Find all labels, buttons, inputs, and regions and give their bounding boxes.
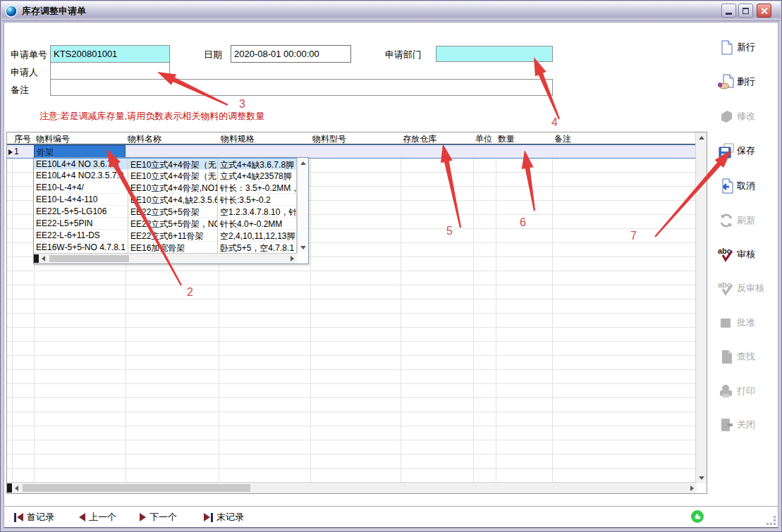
dropdown-name-cell[interactable]: EE22立式5+5骨架	[128, 206, 218, 217]
dropdown-code-cell[interactable]: EE10L4+4 NO 3.6.7.8	[34, 159, 128, 169]
column-header-1[interactable]: 序号	[12, 132, 34, 144]
column-header-5[interactable]: 物料型号	[310, 132, 401, 144]
reverse-audit-button[interactable]: abc反审核	[716, 275, 781, 302]
scroll-thumb[interactable]	[49, 255, 129, 262]
column-header-7[interactable]: 单位	[473, 132, 496, 144]
dropdown-code-cell[interactable]: EE22-L5+5PIN	[34, 218, 128, 229]
toolbar-button-label: 批准	[737, 316, 755, 329]
dropdown-row[interactable]: EE22-L-6+11-DSEE22立式6+11骨架空2,4,10,11,12,…	[34, 230, 297, 242]
approve-button[interactable]: 批准	[716, 309, 781, 336]
dropdown-code-cell[interactable]: EE22L-5+5-LG106	[34, 206, 128, 217]
dropdown-name-cell[interactable]: EE10立式4+4骨架（无	[128, 170, 218, 181]
dropdown-spec-cell[interactable]: 立式4+4缺3.6.7.8脚	[218, 159, 297, 169]
row-indicator-icon	[8, 149, 13, 155]
dropdown-name-cell[interactable]: EE16加宽骨架	[128, 242, 218, 253]
scroll-up-icon[interactable]	[699, 136, 704, 140]
grid-selected-row[interactable]: 1 骨架	[7, 144, 697, 159]
cancel-button[interactable]: 取消	[716, 173, 781, 199]
scroll-down-icon[interactable]	[300, 246, 306, 249]
remark-input[interactable]	[50, 79, 553, 96]
dropdown-code-cell[interactable]: EE10-L-4+4/	[34, 182, 128, 193]
scroll-right-icon[interactable]	[291, 256, 294, 261]
column-header-9[interactable]: 备注	[552, 132, 697, 144]
app-window: 库存调整申请单 申请单号 日期 申请部门 申请人 备注 注意:若是调减库存量,请…	[0, 0, 782, 532]
dropdown-spec-cell[interactable]: 针长:3.5+-0.2	[218, 194, 297, 205]
find-button[interactable]: 查找	[716, 343, 781, 370]
dropdown-splitter-handle[interactable]	[34, 254, 39, 263]
dropdown-name-cell[interactable]: EE10立式4+4骨架,NO1	[128, 182, 218, 193]
column-header-3[interactable]: 物料名称	[126, 132, 219, 144]
refresh-button[interactable]: 刷新	[716, 207, 781, 234]
dropdown-name-cell[interactable]: EE22立式6+11骨架	[128, 230, 218, 241]
department-input[interactable]	[436, 46, 553, 62]
nav-label: 下一个	[149, 511, 177, 524]
dropdown-spec-cell[interactable]: 针长4.0+-0.2MM	[218, 218, 297, 229]
material-lookup-dropdown: EE10L4+4 NO 3.6.7.8EE10立式4+4骨架（无立式4+4缺3.…	[33, 157, 309, 264]
dropdown-row[interactable]: EE16W-5+5-NO 4.7.8.1EE16加宽骨架卧式5+5，空4.7.8…	[34, 242, 297, 253]
column-header-8[interactable]: 数量	[496, 132, 552, 144]
audit-button[interactable]: abc审核	[716, 241, 781, 268]
dropdown-name-cell[interactable]: EE22立式5+5骨架，NO	[128, 218, 218, 229]
dropdown-row[interactable]: EE22L-5+5-LG106EE22立式5+5骨架空1.2.3.4.7.8.1…	[34, 206, 297, 218]
grid-column-line	[401, 159, 401, 483]
close-button[interactable]	[757, 4, 771, 18]
maximize-button[interactable]	[738, 4, 753, 18]
dropdown-row[interactable]: EE10L4+4 NO 3.6.7.8EE10立式4+4骨架（无立式4+4缺3.…	[34, 158, 297, 170]
date-input[interactable]	[231, 45, 351, 63]
close-icon	[760, 7, 768, 15]
applicant-input[interactable]	[50, 62, 170, 80]
last-record-button[interactable]: 末记录	[204, 511, 244, 524]
modify-button[interactable]: 修改	[716, 103, 781, 130]
column-header-6[interactable]: 存放仓库	[401, 132, 473, 144]
dropdown-name-cell[interactable]: EE10立式4+4,缺2.3.5.6	[128, 194, 218, 205]
grid-column-line	[552, 159, 553, 483]
scroll-right-icon[interactable]	[690, 485, 694, 491]
next-record-button[interactable]: 下一个	[140, 511, 177, 524]
save-button[interactable]: 保存	[716, 137, 781, 164]
grid-vertical-scrollbar[interactable]	[695, 132, 707, 483]
scroll-up-icon[interactable]	[300, 161, 306, 165]
dropdown-row[interactable]: EE10-L-4+4/EE10立式4+4骨架,NO1针长：3.5+-0.2MM，	[34, 182, 297, 194]
print-button[interactable]: 打印	[716, 378, 781, 404]
dropdown-code-cell[interactable]: EE10-L-4+4-110	[34, 194, 128, 205]
exit-icon	[716, 416, 737, 434]
previous-record-button[interactable]: 上一个	[79, 511, 116, 524]
column-header-2[interactable]: 物料编号	[34, 132, 126, 144]
status-ok-icon	[690, 509, 704, 524]
dropdown-row[interactable]: EE22-L5+5PINEE22立式5+5骨架，NO针长4.0+-0.2MM	[34, 218, 297, 230]
modify-icon	[716, 107, 737, 125]
dropdown-row[interactable]: EE10-L-4+4-110EE10立式4+4,缺2.3.5.6针长:3.5+-…	[34, 194, 297, 206]
dropdown-code-cell[interactable]: EE10L4+4 NO2.3.5.7.8	[34, 170, 128, 181]
request-no-label: 申请单号	[11, 49, 47, 61]
dropdown-code-cell[interactable]: EE22-L-6+11-DS	[34, 230, 128, 241]
reverse-audit-icon: abc	[716, 279, 737, 297]
record-navigation-bar: 首记录上一个下一个末记录	[4, 506, 778, 528]
dropdown-name-cell[interactable]: EE10立式4+4骨架（无	[128, 159, 218, 169]
grid-column-line	[473, 159, 474, 483]
column-header-4[interactable]: 物料规格	[219, 132, 310, 144]
scroll-thumb[interactable]	[23, 484, 250, 492]
dropdown-spec-cell[interactable]: 空2,4,10,11,12,13脚	[218, 230, 297, 241]
grid-splitter-handle[interactable]	[7, 483, 12, 493]
new-row-button[interactable]: 新行	[716, 34, 781, 61]
row-seq-cell: 1	[14, 147, 19, 156]
dropdown-spec-cell[interactable]: 卧式5+5，空4.7.8.1	[218, 242, 297, 253]
scroll-left-icon[interactable]	[15, 485, 18, 491]
dropdown-vertical-scrollbar[interactable]	[297, 158, 308, 253]
dropdown-spec-cell[interactable]: 空1.2.3.4.7.8.10，针	[218, 206, 297, 217]
resize-grip[interactable]	[766, 515, 776, 525]
window-title: 库存调整申请单	[22, 5, 86, 18]
exit-button[interactable]: 关闭	[716, 412, 781, 438]
grid-horizontal-scrollbar[interactable]	[7, 482, 697, 493]
first-record-button[interactable]: 首记录	[14, 511, 54, 524]
dropdown-row[interactable]: EE10L4+4 NO2.3.5.7.8EE10立式4+4骨架（无立式4+4缺2…	[34, 170, 297, 182]
scroll-down-icon[interactable]	[699, 476, 704, 480]
dropdown-horizontal-scrollbar[interactable]	[34, 253, 297, 264]
delete-row-button[interactable]: 删行	[716, 68, 781, 95]
dropdown-code-cell[interactable]: EE16W-5+5-NO 4.7.8.1	[34, 242, 128, 253]
request-no-input[interactable]	[50, 45, 170, 63]
dropdown-spec-cell[interactable]: 针长：3.5+-0.2MM，	[218, 182, 297, 193]
dropdown-spec-cell[interactable]: 立式4+4缺23578脚	[218, 170, 297, 181]
scroll-left-icon[interactable]	[42, 256, 45, 261]
minimize-button[interactable]	[721, 4, 736, 18]
